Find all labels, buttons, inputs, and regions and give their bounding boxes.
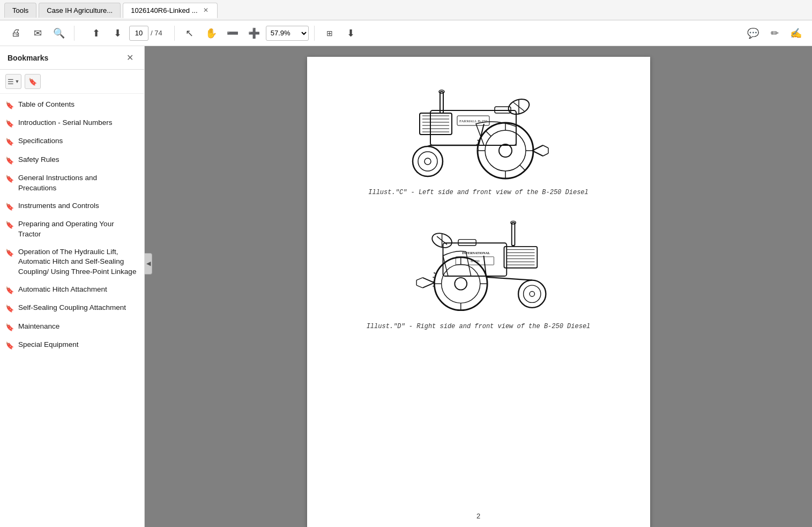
sidebar-collapse-handle[interactable]: ◀ — [145, 253, 152, 274]
tab-close-icon[interactable]: ✕ — [202, 6, 210, 14]
highlight-icon: ✏ — [771, 27, 779, 39]
tab-tools[interactable]: Tools — [4, 3, 36, 18]
bookmark-label: Special Equipment — [18, 340, 137, 350]
svg-line-64 — [433, 277, 435, 278]
svg-line-22 — [520, 165, 525, 170]
sidebar-bookmark-add-button[interactable]: 🔖 — [25, 74, 41, 89]
bookmark-item[interactable]: 🔖 Self-Sealing Coupling Attachment — [0, 299, 144, 317]
svg-point-15 — [485, 130, 526, 171]
list-icon: ☰ — [8, 78, 14, 86]
sidebar-list-view-button[interactable]: ☰ ▼ — [5, 74, 21, 89]
bookmark-icon: 🔖 — [5, 156, 14, 166]
svg-rect-1 — [420, 113, 452, 135]
bookmark-icon: 🔖 — [5, 248, 14, 258]
bookmark-item[interactable]: 🔖 General Instructions and Precautions — [0, 169, 144, 197]
illustration-bottom: INTERNATIONAL B-250 — [329, 212, 629, 341]
bookmark-item[interactable]: 🔖 Preparing and Operating Your Tractor — [0, 216, 144, 243]
svg-line-37 — [543, 145, 548, 148]
bookmark-label: Automatic Hitch Attachment — [18, 285, 137, 295]
bookmark-label: Safety Rules — [18, 155, 137, 165]
bookmark-list: 🔖 Table of Contents 🔖 Introduction - Ser… — [0, 94, 144, 527]
bookmark-icon: 🔖 — [5, 341, 14, 351]
page-total-label: / 74 — [151, 29, 162, 37]
bookmark-item[interactable]: 🔖 Operation of The Hydraulic Lift, Autom… — [0, 243, 144, 281]
bookmark-item[interactable]: 🔖 Safety Rules — [0, 151, 144, 169]
bookmark-icon: 🔖 — [5, 304, 14, 314]
bookmark-item[interactable]: 🔖 Special Equipment — [0, 336, 144, 354]
svg-point-67 — [518, 280, 546, 308]
email-icon: ✉ — [34, 27, 42, 39]
svg-point-28 — [424, 158, 431, 165]
pdf-viewer[interactable]: FARMALL B-250 Illust."C" - Left side and… — [145, 46, 812, 527]
tab-doc[interactable]: 1026140R6-Linked ... ✕ — [123, 3, 217, 18]
svg-line-21 — [486, 131, 491, 136]
bookmark-item[interactable]: 🔖 Instruments and Controls — [0, 197, 144, 216]
chevron-down-icon: ⬇ — [114, 27, 122, 39]
tractor-image-bottom: INTERNATIONAL B-250 — [377, 212, 580, 320]
separator-2 — [174, 26, 175, 41]
comment-button[interactable]: 💬 — [743, 24, 763, 43]
zoom-in-button[interactable]: ➕ — [244, 24, 264, 43]
draw-button[interactable]: ✍ — [786, 24, 806, 43]
zoom-selector[interactable]: 57.9% 25% 50% 75% 100% 125% 150% — [266, 26, 309, 41]
bookmark-label: Instruments and Controls — [18, 201, 137, 211]
fit-page-button[interactable]: ⊞ — [320, 24, 339, 43]
bookmark-icon: 🔖 — [5, 137, 14, 147]
tractor-svg-top: FARMALL B-250 — [377, 81, 580, 183]
highlight-button[interactable]: ✏ — [765, 24, 784, 43]
tractor-image-top: FARMALL B-250 — [377, 78, 580, 185]
download-button[interactable]: ⬇ — [341, 24, 361, 43]
bookmark-label: Self-Sealing Coupling Attachment — [18, 303, 137, 313]
page-number: 2 — [476, 512, 480, 520]
svg-line-70 — [486, 277, 532, 280]
toolbar: 🖨 ✉ 🔍 ⬆ ⬇ / 74 ↖ ✋ ➖ ➕ 57.9% 25% 50% 75%… — [0, 20, 812, 46]
comment-icon: 💬 — [747, 27, 759, 39]
sidebar-title: Bookmarks — [8, 54, 48, 62]
cursor-tool-button[interactable]: ↖ — [180, 24, 199, 43]
zoom-in-icon: ➕ — [248, 27, 260, 39]
svg-line-63 — [434, 272, 435, 273]
sidebar-close-button[interactable]: ✕ — [123, 51, 137, 64]
bookmark-item[interactable]: 🔖 Automatic Hitch Attachment — [0, 281, 144, 299]
bookmark-item[interactable]: 🔖 Table of Contents — [0, 96, 144, 114]
bookmark-label: Specifications — [18, 136, 137, 146]
download-icon: ⬇ — [347, 27, 355, 39]
page-navigation: ⬆ ⬇ / 74 — [86, 24, 162, 43]
svg-rect-49 — [458, 240, 476, 246]
bookmark-icon: 🔖 — [5, 119, 14, 129]
page-up-button[interactable]: ⬆ — [86, 24, 106, 43]
illustration-top: FARMALL B-250 Illust."C" - Left side and… — [329, 78, 629, 207]
title-bar: Tools Case IH Agriculture... 1026140R6-L… — [0, 0, 812, 20]
page-down-button[interactable]: ⬇ — [108, 24, 127, 43]
svg-point-27 — [418, 152, 437, 171]
chevron-up-icon: ⬆ — [92, 27, 100, 39]
page-number-input[interactable] — [129, 26, 148, 41]
caption-bottom: Illust."D" - Right side and front view o… — [367, 323, 591, 330]
bookmark-label: Introduction - Serial Numbers — [18, 118, 137, 128]
svg-line-75 — [416, 285, 422, 288]
bookmark-label: Preparing and Operating Your Tractor — [18, 219, 137, 240]
bookmark-item[interactable]: 🔖 Specifications — [0, 132, 144, 151]
bookmark-label: Maintenance — [18, 322, 137, 332]
hand-icon: ✋ — [205, 27, 217, 39]
print-button[interactable]: 🖨 — [6, 24, 26, 43]
tab-case[interactable]: Case IH Agriculture... — [39, 3, 121, 18]
bookmark-label: General Instructions and Precautions — [18, 173, 137, 194]
bookmark-label: Operation of The Hydraulic Lift, Automat… — [18, 247, 137, 278]
search-button[interactable]: 🔍 — [49, 24, 69, 43]
tab-doc-label: 1026140R6-Linked ... — [131, 6, 197, 14]
bookmark-icon: 🔖 — [5, 286, 14, 295]
email-button[interactable]: ✉ — [28, 24, 47, 43]
svg-text:INTERNATIONAL: INTERNATIONAL — [462, 251, 490, 255]
print-icon: 🖨 — [11, 27, 21, 39]
bookmark-item[interactable]: 🔖 Introduction - Serial Numbers — [0, 114, 144, 132]
hand-tool-button[interactable]: ✋ — [202, 24, 221, 43]
bookmark-item[interactable]: 🔖 Maintenance — [0, 318, 144, 336]
svg-point-56 — [434, 257, 487, 310]
bookmark-label: Table of Contents — [18, 100, 137, 110]
svg-text:FARMALL B-250: FARMALL B-250 — [459, 119, 487, 123]
toolbar-right-tools: 💬 ✏ ✍ — [743, 24, 806, 43]
svg-line-36 — [543, 153, 548, 156]
zoom-out-button[interactable]: ➖ — [223, 24, 242, 43]
separator-1 — [74, 26, 75, 41]
